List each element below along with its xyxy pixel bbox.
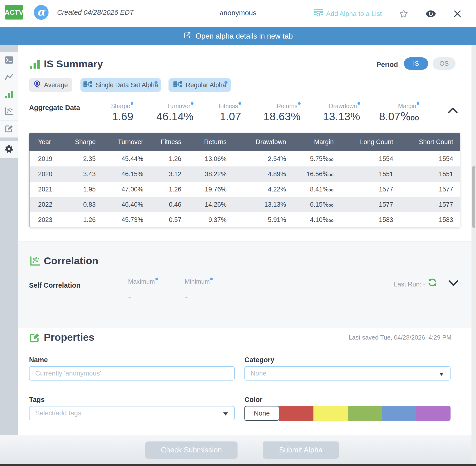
color-swatch-green[interactable] (348, 406, 382, 421)
stat-turnover-value: 46.14% (156, 110, 193, 123)
scatter-plot-icon (5, 107, 13, 116)
category-select[interactable]: None (244, 366, 451, 381)
col-drawdown: Drawdown (234, 133, 293, 151)
tags-select[interactable]: Select/add tags (29, 406, 235, 420)
refresh-icon[interactable] (428, 278, 437, 288)
info-dot (191, 102, 193, 105)
color-swatch-yellow[interactable] (313, 406, 348, 421)
cell: 1.26 (150, 182, 189, 197)
cell: 2021 (29, 182, 65, 197)
stat-fitness-value: 1.07 (219, 110, 241, 123)
chevron-down-icon (223, 412, 228, 416)
data-set-icon (173, 81, 182, 90)
filter-average-button[interactable]: Average (29, 78, 72, 92)
properties-section: Properties Last saved Tue, 04/28/2026, 4… (18, 328, 472, 435)
sidebar-item-properties[interactable] (0, 120, 18, 138)
sidebar-item-simulate[interactable] (0, 52, 18, 69)
correlation-minimum-value: - (185, 292, 213, 303)
info-dot (210, 278, 213, 280)
yearly-summary-table: Year Sharpe Turnover Fitness Returns Dra… (29, 133, 460, 227)
cell: 45.44% (103, 151, 150, 166)
filter-regular-alpha-button[interactable]: Regular Alpha (169, 78, 231, 92)
scrollbar-track[interactable] (472, 45, 476, 464)
table-row-2021: 2021 1.95 47.00% 1.26 19.76% 4.22% 8.41‱… (29, 182, 460, 197)
close-icon[interactable] (453, 10, 462, 18)
color-swatch-purple[interactable] (416, 406, 451, 421)
top-bar-actions: Add Alpha to a List (314, 0, 462, 27)
category-field-label: Category (244, 356, 274, 364)
cell: 47.00% (103, 182, 150, 197)
cell: 46.40% (103, 197, 150, 212)
cell: 45.73% (103, 212, 150, 227)
sidebar-item-performance[interactable] (0, 69, 18, 86)
cell: 5.91% (234, 212, 293, 227)
cell: 19.76% (189, 182, 234, 197)
sidebar-item-correlation[interactable] (0, 103, 18, 120)
is-summary-bar-chart-icon (30, 59, 40, 70)
col-year: Year (29, 133, 65, 151)
color-none-button[interactable]: None (244, 406, 279, 421)
color-swatch-red[interactable] (279, 406, 313, 421)
cell: 14.26% (189, 197, 234, 212)
info-dot (357, 102, 360, 105)
add-alpha-to-list-button[interactable]: Add Alpha to a List (314, 9, 382, 19)
collapse-chevron-up-icon[interactable] (448, 107, 458, 115)
period-toggle-os[interactable]: OS (433, 57, 455, 70)
stat-sharpe-value: 1.69 (111, 110, 133, 123)
category-select-value: None (251, 370, 267, 377)
star-icon[interactable] (399, 9, 408, 19)
open-details-label: Open alpha details in new tab (196, 32, 293, 40)
cell: 2.35 (65, 151, 103, 166)
correlation-maximum: Maximum - (128, 278, 158, 303)
sidebar-item-settings[interactable] (0, 141, 18, 158)
cell: 46.15% (103, 166, 150, 182)
cell: 2020 (29, 166, 65, 182)
stat-drawdown-value: 13.13% (323, 110, 360, 123)
info-dot (225, 81, 227, 84)
expand-chevron-down-icon[interactable] (448, 280, 458, 287)
col-short-count: Short Count (400, 133, 460, 151)
filter-single-data-set-button[interactable]: Single Data Set Alpha (80, 78, 161, 92)
cell: 2.54% (234, 151, 293, 166)
filter-average-label: Average (44, 82, 68, 89)
name-input[interactable] (29, 366, 235, 381)
cell: 0.83 (65, 197, 103, 212)
divider (111, 277, 111, 308)
cell: 2023 (29, 212, 65, 227)
cell: 1583 (341, 212, 400, 227)
cell: 13.06% (189, 151, 234, 166)
stat-drawdown: Drawdown 13.13% (323, 102, 360, 123)
table-row-2023: 2023 1.26 45.73% 0.57 9.37% 5.91% 4.10‱ … (29, 212, 460, 227)
info-dot (238, 102, 241, 105)
cell: 1.95 (65, 182, 103, 197)
submit-alpha-button[interactable]: Submit Alpha (263, 442, 339, 459)
cell: 1577 (400, 197, 460, 212)
correlation-scatter-icon (30, 256, 40, 267)
info-dot (131, 102, 133, 105)
correlation-minimum: Minimum - (185, 278, 213, 303)
cell: 1.26 (150, 151, 189, 166)
cell: 1.26 (65, 212, 103, 227)
color-field-label: Color (244, 396, 262, 404)
table-header-row: Year Sharpe Turnover Fitness Returns Dra… (29, 133, 460, 151)
open-details-banner[interactable]: Open alpha details in new tab (0, 27, 476, 45)
tags-field-label: Tags (29, 396, 45, 404)
correlation-maximum-value: - (128, 292, 158, 303)
cell: 8.41‱ (293, 182, 341, 197)
medal-icon (34, 80, 41, 90)
cell: 1551 (341, 166, 400, 182)
scrollbar-thumb[interactable] (472, 166, 475, 228)
cell: 4.89% (234, 166, 293, 182)
top-bar: ACTV α Created 04/28/2026 EDT anonymous … (0, 0, 476, 27)
col-fitness: Fitness (150, 133, 189, 151)
chevron-down-icon (439, 373, 444, 376)
visibility-eye-icon[interactable] (426, 10, 436, 17)
cell: 0.46 (150, 197, 189, 212)
cell: 2022 (29, 197, 65, 212)
bar-chart-icon (5, 91, 13, 99)
aggregate-data-label: Aggregate Data (29, 104, 80, 112)
period-toggle-is[interactable]: IS (404, 57, 428, 70)
sidebar-item-summary-active[interactable] (0, 86, 18, 103)
color-swatch-blue[interactable] (382, 406, 416, 421)
check-submission-button[interactable]: Check Submission (145, 442, 238, 459)
